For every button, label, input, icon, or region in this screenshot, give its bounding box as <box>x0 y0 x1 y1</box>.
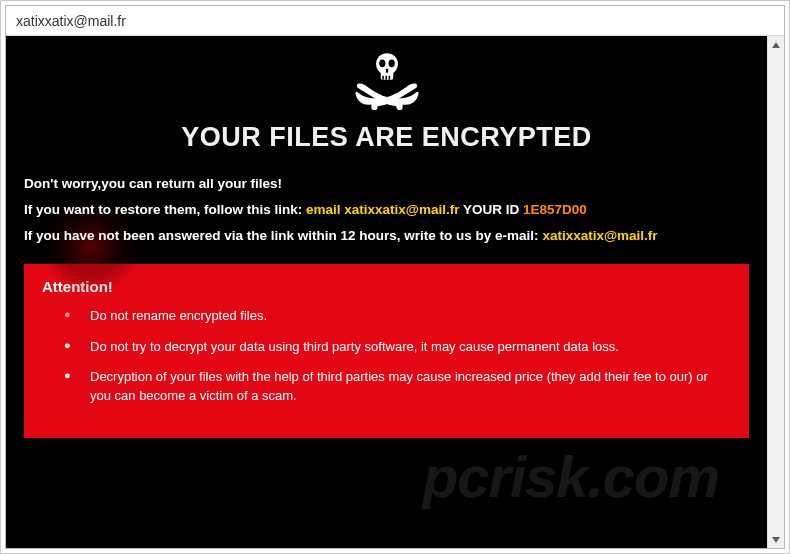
line2-id-value: 1E857D00 <box>523 202 587 217</box>
skull-crossbones-icon <box>348 50 426 114</box>
ransom-content: YOUR FILES ARE ENCRYPTED Don't worry,you… <box>6 36 767 548</box>
logo-container <box>24 50 749 114</box>
ransomware-window: xatixxatix@mail.fr <box>5 5 785 549</box>
svg-rect-4 <box>385 69 387 73</box>
attention-list: Do not rename encrypted files. Do not tr… <box>42 307 731 406</box>
main-heading: YOUR FILES ARE ENCRYPTED <box>24 122 749 153</box>
svg-rect-5 <box>382 76 384 80</box>
outer-frame: xatixxatix@mail.fr <box>0 0 790 554</box>
svg-rect-6 <box>385 76 387 80</box>
watermark-text: pcrisk.com <box>423 443 719 510</box>
scroll-down-arrow-icon[interactable] <box>768 531 784 548</box>
list-item: Do not try to decrypt your data using th… <box>64 338 731 357</box>
line3-mid: within 12 hours, write to us by e-mail: <box>298 228 543 243</box>
attention-box: Attention! Do not rename encrypted files… <box>24 264 749 438</box>
svg-point-2 <box>379 59 385 67</box>
list-item: Do not rename encrypted files. <box>64 307 731 326</box>
attention-title: Attention! <box>42 278 731 295</box>
window-titlebar: xatixxatix@mail.fr <box>6 6 784 36</box>
scroll-up-arrow-icon[interactable] <box>768 36 784 53</box>
svg-point-3 <box>388 59 394 67</box>
intro-line-1: Don't worry,you can return all your file… <box>24 175 749 193</box>
list-item: Decryption of your files with the help o… <box>64 368 731 406</box>
content-wrap: YOUR FILES ARE ENCRYPTED Don't worry,you… <box>6 36 784 548</box>
window-title: xatixxatix@mail.fr <box>16 13 126 29</box>
line2-email: email xatixxatix@mail.fr <box>306 202 460 217</box>
line2-id-label: YOUR ID <box>460 202 524 217</box>
vertical-scrollbar[interactable] <box>767 36 784 548</box>
line2-prefix: If you want to restore them, follow this… <box>24 202 306 217</box>
line3-email: xatixxatix@mail.fr <box>542 228 657 243</box>
intro-line-3: If you have not been answered via the li… <box>24 227 749 245</box>
intro-line-2: If you want to restore them, follow this… <box>24 201 749 219</box>
svg-rect-7 <box>388 76 390 80</box>
line3-prefix: If you have not been answered via the li… <box>24 228 298 243</box>
